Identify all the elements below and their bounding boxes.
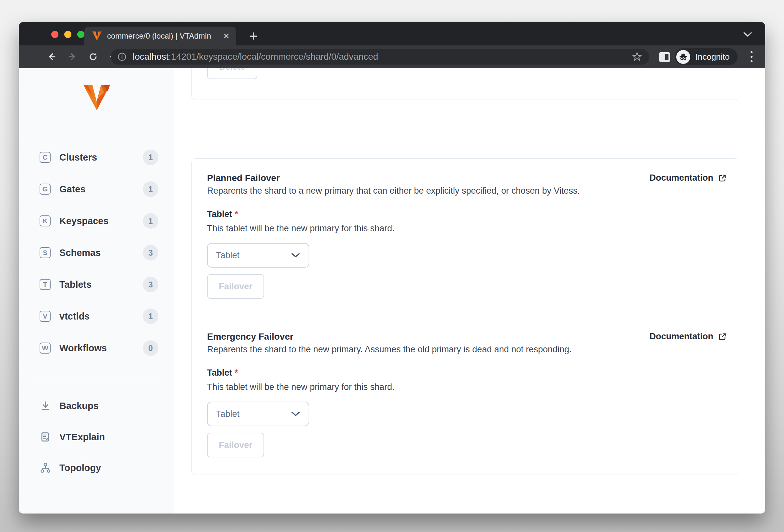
tablets-letter-icon: T — [39, 279, 51, 290]
back-icon[interactable] — [46, 51, 57, 62]
incognito-badge: Incognito — [675, 48, 737, 65]
planned-failover-button[interactable]: Failover — [207, 274, 264, 299]
field-label-text: Tablet — [207, 209, 232, 219]
vitess-favicon-icon — [92, 31, 102, 40]
delete-button[interactable]: Delete — [207, 68, 257, 79]
new-tab-button[interactable]: + — [246, 29, 261, 43]
sidebar-item-label: Clusters — [59, 152, 97, 163]
sidebar-item-tablets[interactable]: T Tablets 3 — [39, 269, 158, 300]
chevron-down-icon — [291, 411, 300, 416]
sidebar-item-label: Gates — [59, 184, 86, 195]
tablet-select[interactable]: Tablet — [207, 243, 309, 268]
emergency-failover-button[interactable]: Failover — [207, 433, 264, 457]
sidebar-item-vtctlds[interactable]: V vtctlds 1 — [39, 300, 158, 332]
sidebar-item-schemas[interactable]: S Schemas 3 — [39, 237, 158, 269]
incognito-label: Incognito — [695, 52, 730, 62]
field-label-text: Tablet — [207, 368, 232, 378]
documentation-link[interactable]: Documentation — [649, 173, 727, 183]
sidebar-item-gates[interactable]: G Gates 1 — [39, 173, 158, 205]
count-badge: 1 — [143, 213, 158, 229]
documentation-label: Documentation — [649, 173, 713, 183]
browser-menu-icon[interactable] — [750, 50, 754, 64]
schemas-letter-icon: S — [39, 247, 51, 258]
browser-tab[interactable]: commerce/0 (local) | VTAdmin ✕ — [84, 27, 236, 46]
bookmark-star-icon[interactable] — [631, 51, 643, 63]
window-zoom-button[interactable] — [77, 31, 84, 38]
side-panel-icon[interactable] — [659, 52, 670, 62]
site-info-icon[interactable] — [117, 52, 127, 62]
tablet-field-help: This tablet will be the new primary for … — [207, 382, 395, 392]
sidebar-item-label: Workflows — [59, 343, 107, 354]
gates-letter-icon: G — [39, 184, 51, 195]
tablet-select[interactable]: Tablet — [207, 402, 309, 426]
count-badge: 3 — [143, 245, 158, 261]
url-text: localhost:14201/keyspace/local/commerce/… — [133, 52, 631, 62]
count-badge: 1 — [143, 308, 158, 324]
sidebar-item-vtexplain[interactable]: VTExplain — [39, 421, 158, 453]
workflows-letter-icon: W — [39, 343, 51, 354]
browser-toolbar: localhost:14201/keyspace/local/commerce/… — [19, 46, 765, 68]
sidebar-item-label: Keyspaces — [59, 216, 109, 227]
main-panel: Delete Reparent Planned Failover Documen… — [174, 68, 765, 513]
sidebar-item-label: Backups — [59, 401, 99, 411]
external-link-icon — [718, 173, 727, 183]
sidebar-item-topology[interactable]: Topology — [39, 452, 158, 484]
sidebar-item-label: vtctlds — [59, 311, 89, 322]
tablet-field-label: Tablet * — [207, 368, 238, 378]
chevron-down-icon — [291, 253, 300, 258]
section-title: Planned Failover — [207, 173, 280, 183]
tablet-field-label: Tablet * — [207, 209, 238, 219]
incognito-icon — [676, 50, 690, 64]
sidebar: C Clusters 1 G Gates 1 K Keyspaces 1 S S… — [19, 68, 174, 513]
vtexplain-document-icon — [39, 431, 51, 443]
reload-icon[interactable] — [88, 51, 99, 62]
url-host: localhost — [133, 52, 169, 62]
keyspaces-letter-icon: K — [39, 215, 51, 227]
count-badge: 1 — [143, 181, 158, 197]
tab-search-chevron-icon[interactable] — [743, 32, 752, 37]
tab-close-icon[interactable]: ✕ — [223, 32, 230, 40]
section-description: Reparents the shard to the new primary. … — [207, 345, 572, 355]
required-asterisk: * — [234, 209, 238, 219]
section-title: Emergency Failover — [207, 331, 293, 342]
previous-card: Delete — [192, 68, 739, 100]
window-close-button[interactable] — [51, 31, 58, 38]
sidebar-item-label: Tablets — [59, 279, 91, 290]
sidebar-item-label: Schemas — [59, 247, 101, 258]
sidebar-divider — [34, 377, 159, 377]
tablet-select-value: Tablet — [216, 250, 291, 261]
external-link-icon — [718, 332, 727, 342]
backups-download-icon — [39, 400, 51, 412]
tablet-field-help: This tablet will be the new primary for … — [207, 224, 395, 234]
page-content: C Clusters 1 G Gates 1 K Keyspaces 1 S S… — [19, 68, 765, 513]
count-badge: 0 — [143, 340, 158, 356]
sidebar-item-workflows[interactable]: W Workflows 0 — [39, 332, 158, 364]
section-divider — [192, 316, 739, 316]
vitess-logo-icon — [83, 85, 110, 110]
tab-title: commerce/0 (local) | VTAdmin — [107, 31, 218, 40]
url-path: :14201/keyspace/local/commerce/shard/0/a… — [169, 52, 379, 62]
reparent-card: Planned Failover Documentation Reparents… — [192, 158, 739, 475]
section-description: Reparents the shard to a new primary tha… — [207, 186, 580, 196]
browser-window: commerce/0 (local) | VTAdmin ✕ + localho… — [19, 22, 765, 513]
sidebar-item-label: VTExplain — [59, 432, 105, 442]
forward-icon[interactable] — [67, 51, 78, 62]
vtctlds-letter-icon: V — [39, 311, 51, 322]
sidebar-item-keyspaces[interactable]: K Keyspaces 1 — [39, 205, 158, 237]
sidebar-item-backups[interactable]: Backups — [39, 390, 158, 422]
address-bar[interactable]: localhost:14201/keyspace/local/commerce/… — [111, 49, 649, 64]
clusters-letter-icon: C — [39, 152, 51, 163]
count-badge: 3 — [143, 277, 158, 292]
count-badge: 1 — [143, 150, 158, 165]
tab-strip: commerce/0 (local) | VTAdmin ✕ + — [19, 22, 765, 46]
required-asterisk: * — [234, 368, 238, 378]
topology-graph-icon — [39, 462, 51, 474]
documentation-label: Documentation — [649, 331, 713, 342]
window-minimize-button[interactable] — [64, 31, 72, 38]
tablet-select-value: Tablet — [216, 409, 291, 419]
documentation-link[interactable]: Documentation — [649, 331, 727, 342]
sidebar-item-clusters[interactable]: C Clusters 1 — [39, 142, 158, 173]
sidebar-item-label: Topology — [59, 463, 101, 473]
